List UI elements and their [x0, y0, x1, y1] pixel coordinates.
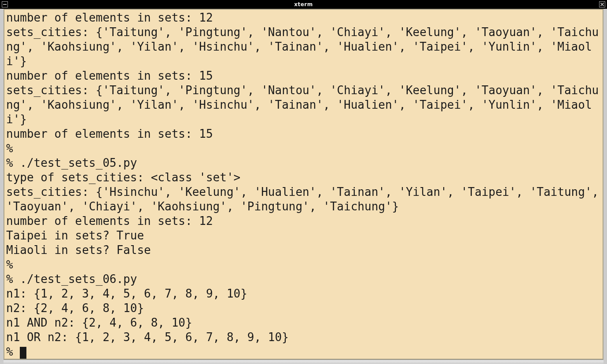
window-menu-icon[interactable] — [2, 1, 8, 7]
terminal-prompt[interactable]: % — [6, 345, 20, 358]
xterm-window: xterm number of elements in sets: 12 set… — [0, 0, 607, 364]
close-icon[interactable] — [599, 1, 605, 7]
terminal-viewport[interactable]: number of elements in sets: 12 sets_citi… — [4, 9, 603, 360]
window-title: xterm — [8, 1, 599, 7]
terminal-cursor — [20, 347, 26, 359]
titlebar[interactable]: xterm — [0, 0, 607, 9]
horizontal-scrollbar[interactable] — [4, 360, 603, 364]
terminal-output[interactable]: number of elements in sets: 12 sets_citi… — [6, 11, 601, 359]
